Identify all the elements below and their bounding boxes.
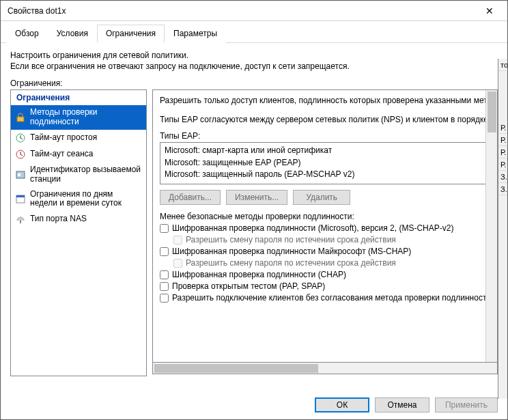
description-text: Настроить ограничения для сетевой полити…	[10, 50, 498, 72]
scrollbar-thumb[interactable]	[154, 364, 318, 373]
edit-button[interactable]: Изменить...	[226, 190, 287, 205]
sidebar-item-auth-methods[interactable]: Методы проверки подлинности	[11, 105, 146, 130]
checkbox-input	[173, 259, 182, 268]
chk-mschap-v2-pwchange: Разрешить смену пароля по истечении срок…	[173, 235, 498, 244]
titlebar: Свойства dot1x ✕	[1, 1, 507, 21]
id-icon	[15, 169, 26, 180]
background-window-edge: то Р. Р. Р. Р. З. З.	[498, 59, 507, 399]
sidebar-header: Ограничения	[11, 90, 146, 105]
sidebar-item-label: Ограничения по дням недели и времени сут…	[30, 190, 142, 209]
checkbox-label: Разрешить смену пароля по истечении срок…	[186, 258, 396, 268]
less-secure-label: Менее безопасные методы проверки подлинн…	[160, 212, 498, 221]
constraints-sidebar: Ограничения Методы проверки подлинности …	[10, 89, 147, 376]
calendar-icon	[15, 193, 26, 204]
tab-content: Настроить ограничения для сетевой полити…	[1, 43, 507, 383]
chk-mschap[interactable]: Шифрованная проверка подлинности Майкрос…	[160, 247, 498, 256]
constraints-label: Ограничения:	[10, 79, 498, 88]
checkbox-input	[173, 236, 182, 244]
chk-unauthenticated[interactable]: Разрешить подключение клиентов без согла…	[160, 293, 498, 303]
apply-button[interactable]: Применить	[435, 397, 498, 412]
checkbox-label: Шифрованная проверка подлинности (CHAP)	[172, 270, 346, 279]
clock-icon	[15, 132, 26, 143]
bg-cell: Р.	[498, 122, 507, 134]
checkbox-input[interactable]	[160, 247, 169, 256]
tab-strip: Обзор Условия Ограничения Параметры	[1, 21, 507, 43]
checkbox-label: Разрешить смену пароля по истечении срок…	[186, 235, 396, 244]
description-line2: Если все ограничения не отвечают запросу…	[10, 61, 498, 72]
checkbox-input[interactable]	[160, 294, 169, 303]
bg-cell: Р.	[498, 134, 507, 146]
eap-types-label: Типы EAP:	[160, 131, 498, 141]
checkbox-label: Шифрованная проверка подлинности Майкрос…	[172, 247, 411, 256]
bg-cell: З.	[498, 183, 507, 195]
sidebar-item-label: Тип порта NAS	[30, 214, 87, 224]
list-item[interactable]: Microsoft: защищенные EAP (PEAP)	[165, 157, 498, 169]
chk-mschap-pwchange: Разрешить смену пароля по истечении срок…	[173, 258, 498, 268]
antenna-icon	[15, 214, 26, 225]
sidebar-item-label: Тайм-аут сеанса	[30, 150, 93, 159]
sidebar-item-called-station-id[interactable]: Идентификатор вызываемой станции	[11, 163, 146, 187]
bg-cell: то	[498, 59, 507, 71]
ok-button[interactable]: ОК	[315, 397, 369, 412]
sidebar-item-idle-timeout[interactable]: Тайм-аут простоя	[11, 130, 146, 146]
settings-panel: Разрешить только доступ клиентов, подлин…	[152, 89, 498, 363]
dialog-footer: ОК Отмена Применить	[315, 397, 498, 412]
scrollbar-thumb[interactable]	[488, 92, 496, 132]
sidebar-item-day-time[interactable]: Ограничения по дням недели и времени сут…	[11, 187, 146, 212]
add-button[interactable]: Добавить...	[160, 190, 221, 205]
sidebar-item-session-timeout[interactable]: Тайм-аут сеанса	[11, 146, 146, 163]
checkbox-input[interactable]	[160, 270, 169, 279]
sidebar-item-nas-port-type[interactable]: Тип порта NAS	[11, 211, 146, 227]
window-title: Свойства dot1x	[8, 6, 474, 16]
close-icon[interactable]: ✕	[474, 1, 505, 20]
delete-button[interactable]: Удалить	[293, 190, 350, 205]
lock-icon	[15, 112, 26, 123]
checkbox-label: Разрешить подключение клиентов без согла…	[172, 293, 488, 303]
tab-constraints[interactable]: Ограничения	[97, 25, 165, 43]
dialog-window: Свойства dot1x ✕ Обзор Условия Ограничен…	[0, 0, 508, 420]
checkbox-label: Проверка открытым тестом (PAP, SPAP)	[172, 281, 325, 291]
bg-cell: З.	[498, 171, 507, 183]
sidebar-item-label: Тайм-аут простоя	[30, 133, 97, 143]
bg-cell: Р.	[498, 158, 507, 171]
vertical-scrollbar[interactable]	[485, 90, 497, 362]
svg-rect-0	[17, 117, 24, 122]
bg-cell: Р.	[498, 146, 507, 158]
sidebar-item-label: Идентификатор вызываемой станции	[30, 165, 142, 184]
svg-rect-7	[20, 220, 21, 223]
eap-types-listbox[interactable]: Microsoft: смарт-карта или иной сертифик…	[160, 142, 498, 184]
list-item[interactable]: Microsoft: смарт-карта или иной сертифик…	[165, 145, 498, 156]
tab-overview[interactable]: Обзор	[6, 25, 48, 43]
chk-mschap-v2[interactable]: Шифрованная проверка подлинности (Micros…	[160, 223, 498, 233]
chk-chap[interactable]: Шифрованная проверка подлинности (CHAP)	[160, 270, 498, 279]
cancel-button[interactable]: Отмена	[375, 397, 429, 412]
horizontal-scrollbar[interactable]	[152, 363, 498, 374]
checkbox-label: Шифрованная проверка подлинности (Micros…	[172, 223, 453, 233]
svg-rect-6	[16, 195, 25, 197]
svg-rect-4	[18, 173, 20, 176]
list-item[interactable]: Microsoft: защищенный пароль (EAP-MSCHAP…	[165, 169, 498, 180]
sidebar-item-label: Методы проверки подлинности	[30, 108, 142, 127]
checkbox-input[interactable]	[160, 282, 169, 291]
chk-pap-spap[interactable]: Проверка открытым тестом (PAP, SPAP)	[160, 281, 498, 291]
clock-red-icon	[15, 149, 26, 160]
eap-negotiation-text: Типы EAP согласуются между сервером сете…	[160, 115, 498, 124]
checkbox-input[interactable]	[160, 224, 169, 233]
tab-conditions[interactable]: Условия	[48, 25, 97, 43]
tab-settings[interactable]: Параметры	[165, 25, 226, 43]
description-line1: Настроить ограничения для сетевой полити…	[10, 50, 498, 61]
allow-clients-text: Разрешить только доступ клиентов, подлин…	[160, 96, 498, 105]
